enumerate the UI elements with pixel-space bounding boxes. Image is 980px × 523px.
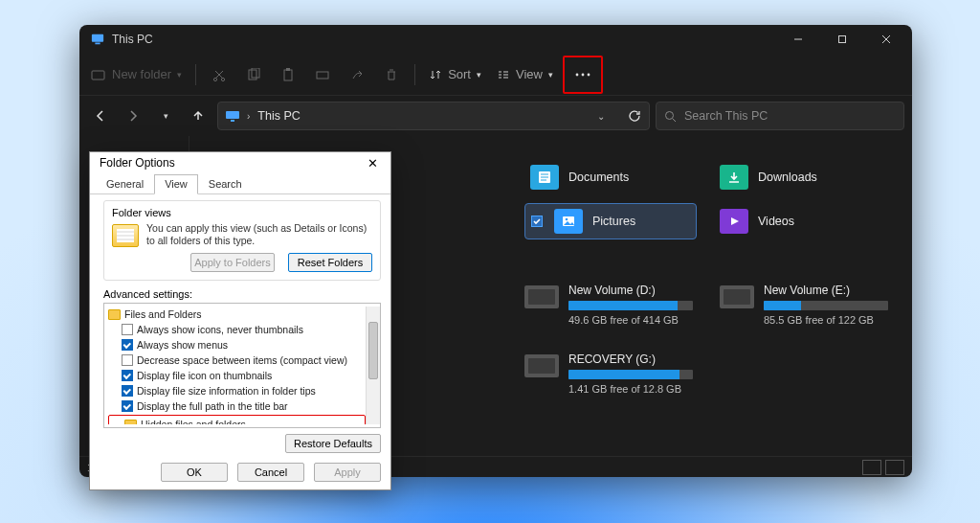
folder-label: Pictures xyxy=(592,215,635,228)
folder-label: Downloads xyxy=(758,171,817,184)
new-folder-button[interactable]: New folder ▾ xyxy=(85,59,188,90)
drive-name: RECOVERY (G:) xyxy=(568,352,693,366)
folder-tile-documents[interactable]: Documents xyxy=(524,159,697,195)
recent-button[interactable]: ▾ xyxy=(152,102,179,129)
svg-point-8 xyxy=(222,78,225,80)
svg-rect-18 xyxy=(231,120,234,122)
tree-item-files-and-folders[interactable]: Files and Folders xyxy=(108,307,366,322)
folder-tile-videos[interactable]: Videos xyxy=(714,203,886,239)
tab-search[interactable]: Search xyxy=(198,174,253,194)
delete-button[interactable] xyxy=(376,59,407,90)
search-input[interactable]: Search This PC xyxy=(656,102,904,130)
details-view-button[interactable] xyxy=(862,460,881,475)
chevron-down-icon[interactable]: ⌄ xyxy=(597,111,605,122)
breadcrumb[interactable]: This PC xyxy=(257,109,300,123)
svg-point-26 xyxy=(566,218,568,221)
drive-g[interactable]: RECOVERY (G:) 1.41 GB free of 12.8 GB xyxy=(524,352,693,395)
scrollbar[interactable] xyxy=(366,307,380,424)
cut-icon xyxy=(212,68,226,81)
apply-button[interactable]: Apply xyxy=(314,463,381,482)
share-button[interactable] xyxy=(342,59,372,90)
close-button[interactable] xyxy=(864,25,908,54)
pictures-icon xyxy=(554,209,583,234)
drive-free: 1.41 GB free of 12.8 GB xyxy=(568,383,693,395)
this-pc-icon xyxy=(91,33,104,46)
svg-point-14 xyxy=(576,73,579,76)
drives-grid: New Volume (D:) 49.6 GB free of 414 GB N… xyxy=(524,284,902,395)
sort-icon xyxy=(429,68,442,81)
svg-point-19 xyxy=(666,111,674,119)
option-size-tips[interactable]: Display file size information in folder … xyxy=(108,383,366,398)
paste-button[interactable] xyxy=(273,59,303,90)
option-full-path[interactable]: Display the full path in the title bar xyxy=(108,398,366,414)
svg-point-7 xyxy=(214,78,217,80)
drive-free: 85.5 GB free of 122 GB xyxy=(764,314,888,326)
paste-icon xyxy=(281,68,295,81)
apply-to-folders-button[interactable]: Apply to Folders xyxy=(190,253,275,272)
folder-plus-icon xyxy=(91,68,106,81)
maximize-button[interactable] xyxy=(820,25,864,54)
dialog-footer: OK Cancel Apply xyxy=(90,457,390,489)
dialog-titlebar: Folder Options ✕ xyxy=(90,152,390,173)
option-compact-view[interactable]: Decrease space between items (compact vi… xyxy=(108,352,366,368)
sort-button[interactable]: Sort ▾ xyxy=(423,59,487,90)
checkbox-checked-icon xyxy=(122,370,133,381)
svg-rect-3 xyxy=(839,36,846,43)
nav-row: ▾ › This PC ⌄ Search This PC xyxy=(79,96,912,136)
dialog-close-button[interactable]: ✕ xyxy=(360,152,385,173)
dialog-title: Folder Options xyxy=(100,156,175,170)
drive-e[interactable]: New Volume (E:) 85.5 GB free of 122 GB xyxy=(720,284,888,326)
up-button[interactable] xyxy=(185,102,212,129)
ok-button[interactable]: OK xyxy=(161,463,228,482)
dialog-tabs: General View Search xyxy=(90,173,390,194)
search-icon xyxy=(664,110,677,123)
large-icons-view-button[interactable] xyxy=(885,460,904,475)
folder-label: Videos xyxy=(758,215,794,228)
folder-tile-downloads[interactable]: Downloads xyxy=(714,159,886,195)
view-icon xyxy=(497,68,510,81)
drive-d[interactable]: New Volume (D:) 49.6 GB free of 414 GB xyxy=(524,284,693,326)
cancel-button[interactable]: Cancel xyxy=(237,463,304,482)
restore-defaults-button[interactable]: Restore Defaults xyxy=(285,434,381,453)
svg-marker-27 xyxy=(731,217,739,225)
rename-icon xyxy=(316,68,329,81)
drive-icon xyxy=(524,354,559,377)
checkbox-checked-icon xyxy=(122,339,133,351)
drive-name: New Volume (D:) xyxy=(568,284,693,297)
back-button[interactable] xyxy=(87,102,114,129)
share-icon xyxy=(350,68,364,81)
address-bar[interactable]: › This PC ⌄ xyxy=(217,102,650,130)
copy-icon xyxy=(247,68,260,81)
refresh-icon[interactable] xyxy=(628,109,641,123)
more-button[interactable] xyxy=(567,59,599,90)
view-button[interactable]: View ▾ xyxy=(491,59,559,90)
trash-icon xyxy=(385,68,398,81)
folder-views-legend: Folder views xyxy=(112,207,372,218)
forward-button[interactable] xyxy=(120,102,146,129)
option-icon-thumbnails[interactable]: Display file icon on thumbnails xyxy=(108,368,366,383)
rename-button[interactable] xyxy=(307,59,338,90)
svg-rect-6 xyxy=(92,71,104,80)
tab-view[interactable]: View xyxy=(154,174,198,194)
advanced-settings-list: Files and Folders Always show icons, nev… xyxy=(103,303,381,428)
folders-grid: Documents Downloads Pictures xyxy=(524,159,902,239)
cut-button[interactable] xyxy=(204,59,234,90)
folder-tile-pictures[interactable]: Pictures xyxy=(524,203,697,239)
drive-usage-bar xyxy=(568,370,693,379)
svg-point-16 xyxy=(588,73,590,76)
copy-button[interactable] xyxy=(238,59,269,90)
option-always-menus[interactable]: Always show menus xyxy=(108,337,366,352)
tab-general[interactable]: General xyxy=(96,174,154,194)
svg-rect-17 xyxy=(226,111,239,119)
minimize-button[interactable] xyxy=(776,25,820,54)
svg-rect-12 xyxy=(286,68,290,71)
tree-item-hidden-files[interactable]: Hidden files and folders xyxy=(111,417,363,424)
option-always-icons[interactable]: Always show icons, never thumbnails xyxy=(108,322,366,337)
folder-views-icon xyxy=(112,224,139,247)
window-title: This PC xyxy=(112,33,153,46)
videos-icon xyxy=(720,209,748,234)
svg-line-20 xyxy=(673,119,676,122)
svg-rect-13 xyxy=(317,72,328,79)
reset-folders-button[interactable]: Reset Folders xyxy=(288,253,372,272)
titlebar: This PC xyxy=(79,25,912,54)
